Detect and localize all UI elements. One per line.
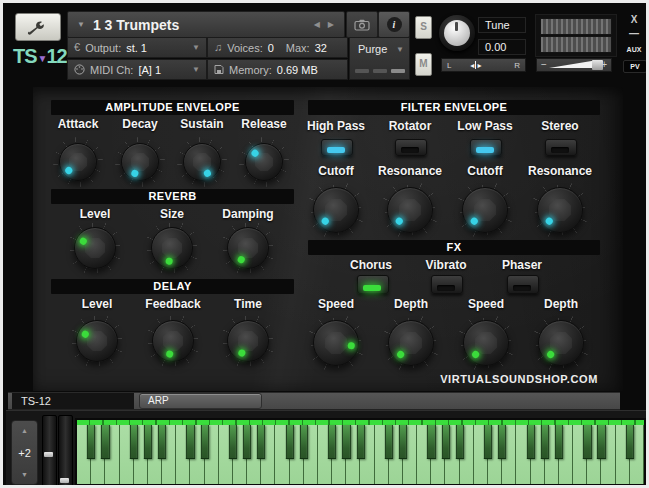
black-key[interactable] bbox=[229, 425, 237, 459]
midi-dropdown-icon[interactable]: ▼ bbox=[192, 65, 200, 74]
black-key[interactable] bbox=[356, 425, 364, 459]
reverb-level-knob[interactable] bbox=[74, 227, 116, 269]
minimize-button[interactable]: — bbox=[625, 28, 643, 39]
black-key[interactable] bbox=[101, 425, 109, 459]
lp-cutoff-knob[interactable] bbox=[462, 187, 508, 233]
pitch-wheel-grip[interactable] bbox=[44, 452, 53, 457]
highpass-toggle[interactable] bbox=[321, 139, 353, 156]
black-key[interactable] bbox=[144, 425, 152, 459]
phaser-depth-knob[interactable] bbox=[538, 320, 584, 366]
black-key[interactable] bbox=[286, 425, 294, 459]
delay-feedback-knob[interactable] bbox=[152, 320, 194, 362]
black-key[interactable] bbox=[87, 425, 95, 459]
purge-menu[interactable]: Purge ▼ bbox=[349, 37, 410, 80]
black-key[interactable] bbox=[427, 425, 435, 459]
black-key[interactable] bbox=[441, 425, 449, 459]
pan-center-icon[interactable]: ◂ ▸ bbox=[470, 61, 481, 70]
solo-button[interactable]: S bbox=[415, 16, 432, 39]
mod-wheel-grip[interactable] bbox=[60, 478, 69, 483]
black-key[interactable] bbox=[257, 425, 265, 459]
chorus-depth-knob[interactable] bbox=[388, 320, 434, 366]
black-key[interactable] bbox=[300, 425, 308, 459]
black-key[interactable] bbox=[583, 425, 591, 459]
close-button[interactable]: X bbox=[625, 14, 643, 25]
black-key[interactable] bbox=[555, 425, 563, 459]
purge-dropdown-icon[interactable]: ▼ bbox=[396, 45, 404, 54]
transpose-up-icon[interactable]: ▲ bbox=[21, 427, 28, 434]
sustain-knob[interactable] bbox=[183, 143, 221, 181]
volume-plus-label[interactable]: + bbox=[601, 59, 607, 70]
prev-instrument-icon[interactable]: ◀ bbox=[314, 20, 320, 29]
delay-time-knob[interactable] bbox=[227, 320, 269, 362]
max-value[interactable]: 32 bbox=[315, 42, 327, 54]
reverb-size-knob[interactable] bbox=[151, 227, 193, 269]
transpose-control[interactable]: ▲ +2 ▼ bbox=[11, 420, 38, 485]
black-key[interactable] bbox=[498, 425, 506, 459]
chorus-speed-knob[interactable] bbox=[313, 320, 359, 366]
volume-minus-label[interactable]: − bbox=[541, 59, 547, 70]
black-key[interactable] bbox=[541, 425, 549, 459]
volume-slider[interactable]: − + bbox=[536, 58, 612, 72]
black-key[interactable] bbox=[342, 425, 350, 459]
collapse-icon[interactable]: ▼ bbox=[77, 20, 85, 29]
black-key[interactable] bbox=[328, 425, 336, 459]
phaser-speed-knob[interactable] bbox=[463, 320, 509, 366]
hp-cutoff-knob[interactable] bbox=[313, 187, 359, 233]
tab-arp[interactable]: ARP bbox=[139, 393, 262, 409]
output-select[interactable]: € Output: st. 1 ▼ bbox=[67, 37, 207, 58]
black-key[interactable] bbox=[130, 425, 138, 459]
vibrato-toggle[interactable] bbox=[431, 275, 463, 294]
voices-value: 0 bbox=[268, 42, 274, 54]
hp-resonance-knob[interactable] bbox=[387, 187, 433, 233]
pan-slider[interactable]: L ◂ ▸ R bbox=[441, 58, 526, 72]
black-key[interactable] bbox=[399, 425, 407, 459]
knob-indicator-dot bbox=[237, 255, 246, 264]
black-key[interactable] bbox=[243, 425, 251, 459]
black-key[interactable] bbox=[484, 425, 492, 459]
lowpass-toggle[interactable] bbox=[470, 139, 502, 156]
black-key[interactable] bbox=[597, 425, 605, 459]
next-instrument-icon[interactable]: ▶ bbox=[328, 20, 334, 29]
mod-wheel[interactable] bbox=[58, 415, 73, 488]
black-key[interactable] bbox=[526, 425, 534, 459]
black-key[interactable] bbox=[158, 425, 166, 459]
knob-indicator-dot bbox=[546, 350, 556, 360]
knob-indicator-dot bbox=[545, 216, 555, 226]
keyboard[interactable] bbox=[75, 418, 646, 486]
delay-level-knob[interactable] bbox=[76, 320, 118, 362]
aux-button[interactable]: AUX bbox=[623, 46, 645, 53]
release-knob[interactable] bbox=[245, 143, 283, 181]
pv-button[interactable]: PV bbox=[623, 60, 647, 73]
mute-button[interactable]: M bbox=[415, 53, 432, 76]
pitch-wheel[interactable] bbox=[42, 415, 57, 488]
output-dropdown-icon[interactable]: ▼ bbox=[192, 43, 200, 52]
chorus-toggle[interactable] bbox=[357, 275, 389, 294]
edit-wrench-button[interactable] bbox=[15, 13, 61, 41]
reverb-damping-knob[interactable] bbox=[227, 227, 269, 269]
black-key[interactable] bbox=[186, 425, 194, 459]
max-label: Max: bbox=[286, 42, 310, 54]
info-button[interactable]: i bbox=[378, 11, 410, 38]
black-key[interactable] bbox=[456, 425, 464, 459]
instrument-titlebar[interactable]: ▼ 1 3 Trumpets ◀ ▶ bbox=[67, 11, 345, 38]
snapshot-button[interactable] bbox=[346, 11, 378, 38]
black-key[interactable] bbox=[200, 425, 208, 459]
lp-resonance-knob[interactable] bbox=[537, 187, 583, 233]
stereo-toggle[interactable] bbox=[545, 139, 577, 156]
kontakt-instrument-window: TS▼12 ▼ 1 3 Trumpets ◀ ▶ € Output: st. 1… bbox=[0, 0, 649, 488]
black-key[interactable] bbox=[626, 425, 634, 459]
rotator-toggle[interactable] bbox=[395, 139, 427, 156]
tune-value: 0.00 bbox=[485, 41, 506, 53]
rotator-led bbox=[401, 147, 419, 153]
filter-envelope-header: FILTER ENVELOPE bbox=[308, 100, 600, 115]
transpose-down-icon[interactable]: ▼ bbox=[21, 471, 28, 478]
tune-value-box[interactable]: 0.00 bbox=[478, 39, 526, 55]
midi-channel-select[interactable]: MIDI Ch: [A] 1 ▼ bbox=[67, 59, 207, 80]
attack-knob[interactable] bbox=[59, 143, 97, 181]
decay-knob[interactable] bbox=[121, 143, 159, 181]
black-key[interactable] bbox=[385, 425, 393, 459]
tab-ts12[interactable]: TS-12 bbox=[12, 393, 134, 409]
tune-knob[interactable] bbox=[439, 15, 475, 51]
phaser-toggle[interactable] bbox=[507, 275, 539, 294]
midi-value: [A] 1 bbox=[138, 64, 161, 76]
